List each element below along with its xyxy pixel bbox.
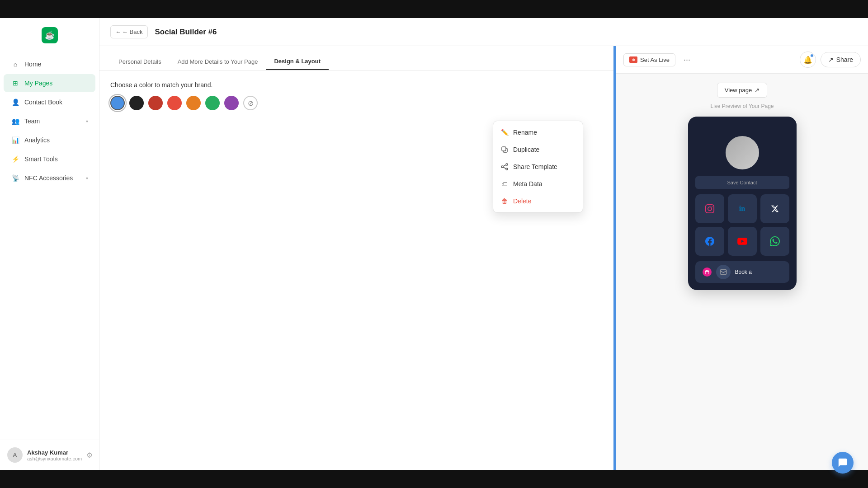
phone-avatar: [724, 135, 760, 171]
back-button[interactable]: ← ← Back: [110, 25, 148, 38]
contact-book-icon: 👤: [11, 98, 20, 107]
tab-personal-details[interactable]: Personal Details: [110, 53, 170, 70]
color-dot-purple[interactable]: [224, 96, 239, 110]
linkedin-button[interactable]: in: [728, 194, 757, 223]
tab-bar: Personal Details Add More Details to You…: [99, 46, 614, 70]
external-link-icon: ↗: [755, 87, 760, 94]
sidebar-item-label: Home: [24, 61, 88, 68]
color-dot-green[interactable]: [205, 96, 220, 110]
color-dot-black[interactable]: [129, 96, 144, 110]
svg-rect-10: [720, 270, 726, 275]
tab-add-more[interactable]: Add More Details to Your Page: [170, 53, 266, 70]
svg-rect-7: [705, 205, 713, 213]
svg-point-9: [712, 206, 712, 207]
home-icon: ⌂: [11, 60, 20, 69]
preview-content: View page ↗ Live Preview of Your Page Sa…: [616, 74, 868, 470]
sidebar-item-nfc-accessories[interactable]: 📡 NFC Accessories ▾: [4, 169, 95, 187]
page-title: Social Builder #6: [155, 28, 217, 37]
analytics-icon: 📊: [11, 136, 20, 145]
share-button[interactable]: ↗ Share: [821, 52, 861, 67]
bottom-bar: [0, 470, 868, 488]
sidebar-item-label: NFC Accessories: [24, 174, 81, 182]
team-icon: 👥: [11, 117, 20, 126]
nfc-icon: 📡: [11, 174, 20, 183]
phone-mockup: Save Contact in: [688, 117, 797, 290]
sidebar-item-label: Analytics: [24, 136, 88, 144]
color-dot-red-dark[interactable]: [148, 96, 163, 110]
panel-content: Choose a color to match your brand. ⊘: [99, 70, 614, 121]
notification-dot: [810, 54, 814, 57]
facebook-button[interactable]: [695, 227, 724, 256]
color-section-label: Choose a color to match your brand.: [110, 81, 604, 89]
footer-user-info: Akshay Kumar ash@synxautomate.com: [27, 449, 82, 461]
x-twitter-button[interactable]: [760, 194, 789, 223]
sidebar-item-my-pages[interactable]: ⊞ My Pages: [4, 74, 95, 92]
user-name: Akshay Kumar: [27, 449, 82, 456]
book-text: Book a: [735, 269, 752, 275]
sidebar-footer: A Akshay Kumar ash@synxautomate.com ⚙: [0, 440, 99, 470]
youtube-button[interactable]: [728, 227, 757, 256]
color-custom-picker[interactable]: ⊘: [243, 96, 258, 110]
sidebar-logo: ☕: [0, 18, 99, 51]
view-page-button[interactable]: View page ↗: [717, 83, 767, 98]
notification-button[interactable]: 🔔: [800, 52, 816, 68]
my-pages-icon: ⊞: [11, 79, 20, 88]
color-picker-row: ⊘: [110, 96, 604, 110]
save-contact-button[interactable]: Save Contact: [695, 176, 789, 189]
sidebar: ☕ ⌂ Home ⊞ My Pages 👤 Contact Book 👥 Te: [0, 18, 99, 470]
phone-avatar-area: [688, 135, 797, 171]
smart-tools-icon: ⚡: [11, 155, 20, 164]
share-icon: ↗: [828, 56, 834, 63]
sidebar-item-label: Team: [24, 117, 81, 125]
editor-panel: Personal Details Add More Details to You…: [99, 46, 615, 470]
sidebar-item-label: Contact Book: [24, 99, 88, 106]
more-options-button[interactable]: ···: [679, 52, 695, 67]
sidebar-item-home[interactable]: ⌂ Home: [4, 55, 95, 73]
editor-topbar: ← ← Back Social Builder #6: [99, 18, 868, 46]
sidebar-nav: ⌂ Home ⊞ My Pages 👤 Contact Book 👥 Team …: [0, 51, 99, 440]
sidebar-item-label: My Pages: [24, 80, 88, 87]
book-appointment-row[interactable]: Book a: [695, 261, 789, 283]
back-arrow-icon: ←: [115, 28, 121, 35]
instagram-button[interactable]: [695, 194, 724, 223]
sidebar-item-label: Smart Tools: [24, 155, 88, 163]
svg-point-8: [708, 207, 711, 211]
tab-design-layout[interactable]: Design & Layout: [266, 53, 329, 70]
main-area: ← ← Back Social Builder #6 Personal Deta…: [99, 18, 868, 470]
color-dot-blue[interactable]: [110, 96, 125, 110]
live-preview-label: Live Preview of Your Page: [710, 103, 774, 109]
sidebar-item-smart-tools[interactable]: ⚡ Smart Tools: [4, 150, 95, 168]
live-icon: ⊚: [629, 56, 637, 63]
chevron-down-icon: ▾: [86, 176, 88, 181]
set-live-button[interactable]: ⊚ Set As Live: [623, 53, 675, 66]
chevron-down-icon: ▾: [86, 119, 88, 124]
app-logo-icon: ☕: [42, 27, 58, 43]
user-email: ash@synxautomate.com: [27, 456, 82, 461]
social-icons-grid: in: [688, 189, 797, 261]
preview-panel: ⊚ Set As Live ··· 🔔 ↗ Share: [615, 46, 868, 470]
top-bar: [0, 0, 868, 18]
envelope-icon: [716, 265, 731, 279]
color-dot-red[interactable]: [167, 96, 182, 110]
color-dot-orange[interactable]: [186, 96, 201, 110]
settings-button[interactable]: ⚙: [86, 450, 93, 460]
sidebar-item-team[interactable]: 👥 Team ▾: [4, 112, 95, 130]
avatar: A: [7, 447, 23, 463]
sidebar-item-contact-book[interactable]: 👤 Contact Book: [4, 93, 95, 111]
sidebar-item-analytics[interactable]: 📊 Analytics: [4, 131, 95, 149]
chat-fab-button[interactable]: [832, 452, 854, 474]
booking-icon-circle: [703, 267, 712, 277]
editor-body: Personal Details Add More Details to You…: [99, 46, 868, 470]
whatsapp-button[interactable]: [760, 227, 789, 256]
